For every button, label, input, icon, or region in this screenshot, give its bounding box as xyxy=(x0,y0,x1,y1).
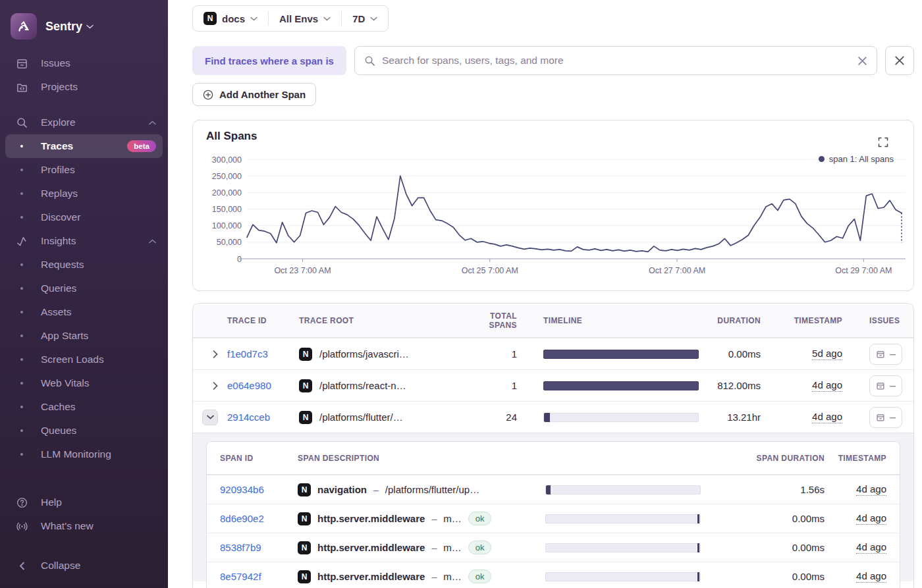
all-spans-chart-panel: All Spans span 1: All spans 050,000100,0… xyxy=(192,120,914,291)
sidebar-group-insights[interactable]: Insights xyxy=(5,229,163,253)
sidebar-item-web-vitals[interactable]: Web Vitals xyxy=(5,371,163,395)
sidebar-item-profiles[interactable]: Profiles xyxy=(5,158,163,182)
sidebar-item-whats-new[interactable]: What's new xyxy=(5,514,163,538)
sidebar-item-label: Projects xyxy=(41,81,78,93)
spans-subtable: SPAN ID SPAN DESCRIPTION SPAN DURATION T… xyxy=(206,441,900,588)
span-row[interactable]: 8d6e90e2 N http.server.middleware – m… o… xyxy=(207,504,900,533)
trace-root: /platforms/javascri… xyxy=(319,348,409,360)
issues-button[interactable]: – xyxy=(869,407,902,428)
sidebar-item-label: App Starts xyxy=(41,330,88,342)
span-duration: 0.00ms xyxy=(710,513,828,524)
span-row[interactable]: 8538f7b9 N http.server.middleware – m… o… xyxy=(207,533,900,562)
sidebar-item-label: Issues xyxy=(41,57,70,69)
expanded-trace-section: SPAN ID SPAN DESCRIPTION SPAN DURATION T… xyxy=(193,433,913,581)
sidebar-item-assets[interactable]: Assets xyxy=(5,300,163,324)
col-trace-id: TRACE ID xyxy=(219,316,297,325)
sidebar-item-traces[interactable]: Traces beta xyxy=(5,134,163,158)
timeline-marker xyxy=(697,572,699,581)
trace-id-link[interactable]: f1e0d7c3 xyxy=(219,348,297,360)
environment-filter[interactable]: All Envs xyxy=(269,6,341,31)
sidebar-item-queries[interactable]: Queries xyxy=(5,277,163,300)
search-icon xyxy=(364,55,375,67)
span-row[interactable]: 8e57942f N http.server.middleware – m… o… xyxy=(207,562,900,588)
chevron-right-icon[interactable] xyxy=(213,382,218,390)
sidebar-item-discover[interactable]: Discover xyxy=(5,205,163,229)
span-id-link[interactable]: 8538f7b9 xyxy=(207,542,285,553)
projects-icon xyxy=(14,81,29,94)
plus-circle-icon xyxy=(203,90,213,100)
nextjs-project-icon: N xyxy=(299,348,312,361)
span-description: m… xyxy=(443,542,462,553)
search-input[interactable] xyxy=(382,55,851,67)
sidebar-group-explore[interactable]: Explore xyxy=(5,111,163,134)
col-timestamp: TIMESTAMP xyxy=(769,316,850,325)
trace-root: /platforms/flutter/… xyxy=(319,412,403,423)
sidebar-item-label: Traces xyxy=(41,140,73,152)
sidebar-group-label: Explore xyxy=(41,117,76,128)
sidebar-item-queues[interactable]: Queues xyxy=(5,419,163,442)
sidebar-item-label: What's new xyxy=(41,520,94,532)
search-icon xyxy=(14,117,29,129)
search-box xyxy=(354,46,877,75)
separator: – xyxy=(431,514,437,524)
timeline-bar xyxy=(546,485,551,494)
remove-span-filter-button[interactable] xyxy=(885,46,914,75)
svg-text:200,000: 200,000 xyxy=(212,188,242,198)
status-badge: ok xyxy=(468,541,492,554)
span-row[interactable]: 920934b6 N navigation – /platforms/flutt… xyxy=(207,475,900,504)
sidebar-item-caches[interactable]: Caches xyxy=(5,395,163,419)
sidebar-item-screen-loads[interactable]: Screen Loads xyxy=(5,348,163,371)
table-row[interactable]: e064e980 N/platforms/react-n… 1 812.00ms… xyxy=(193,369,913,401)
clear-search-icon[interactable] xyxy=(857,56,867,66)
timeline-marker xyxy=(697,514,699,523)
svg-text:Oct 23 7:00 AM: Oct 23 7:00 AM xyxy=(274,266,331,275)
collapse-row-button[interactable] xyxy=(202,410,218,425)
sidebar-collapse-button[interactable]: Collapse xyxy=(5,554,163,577)
issues-count: – xyxy=(890,348,896,360)
sidebar-item-issues[interactable]: Issues xyxy=(5,51,163,75)
span-id-link[interactable]: 920934b6 xyxy=(207,484,285,495)
col-trace-root: TRACE ROOT xyxy=(297,316,462,325)
beta-badge: beta xyxy=(127,140,156,152)
environment-filter-value: All Envs xyxy=(279,13,318,24)
issues-button[interactable]: – xyxy=(869,344,902,365)
issues-icon xyxy=(876,381,885,390)
bullet-icon xyxy=(14,311,29,313)
sidebar-item-app-starts[interactable]: App Starts xyxy=(5,324,163,348)
trace-id-link[interactable]: 2914cceb xyxy=(219,412,297,423)
pulse-icon xyxy=(14,235,29,248)
svg-text:250,000: 250,000 xyxy=(212,172,242,181)
sidebar-item-help[interactable]: Help xyxy=(5,491,163,514)
add-another-span-button[interactable]: Add Another Span xyxy=(192,83,316,106)
svg-text:300,000: 300,000 xyxy=(212,155,242,165)
expand-chart-icon[interactable] xyxy=(878,137,888,147)
trace-id-link[interactable]: e064e980 xyxy=(219,380,297,391)
bullet-icon xyxy=(14,216,29,219)
span-id-link[interactable]: 8e57942f xyxy=(207,571,285,582)
col-span-timestamp: TIMESTAMP xyxy=(828,454,900,463)
sidebar-item-projects[interactable]: Projects xyxy=(5,75,163,99)
bullet-icon xyxy=(14,406,29,408)
span-id-link[interactable]: 8d6e90e2 xyxy=(207,513,285,524)
issues-button[interactable]: – xyxy=(869,375,902,396)
status-badge: ok xyxy=(468,512,492,525)
sidebar-item-replays[interactable]: Replays xyxy=(5,182,163,205)
project-filter[interactable]: N docs xyxy=(193,6,268,31)
date-range-filter[interactable]: 7D xyxy=(342,6,388,31)
org-switcher[interactable]: Sentry xyxy=(0,9,168,51)
sidebar-item-llm-monitoring[interactable]: LLM Monitoring xyxy=(5,442,163,466)
span-duration: 0.00ms xyxy=(710,542,828,553)
page-filter-bar: N docs All Envs 7D xyxy=(192,5,389,32)
sidebar-item-label: Requests xyxy=(41,259,84,271)
bullet-icon xyxy=(14,287,29,290)
span-op: http.server.middleware xyxy=(317,542,425,553)
chevron-right-icon[interactable] xyxy=(213,350,218,358)
table-row-expanded[interactable]: 2914cceb N/platforms/flutter/… 24 13.21h… xyxy=(193,401,913,433)
sidebar-item-label: Discover xyxy=(41,211,80,223)
chart-legend[interactable]: span 1: All spans xyxy=(819,154,894,164)
table-row[interactable]: f1e0d7c3 N/platforms/javascri… 1 0.00ms … xyxy=(193,338,913,369)
sidebar-item-label: Collapse xyxy=(41,560,80,572)
sidebar-item-requests[interactable]: Requests xyxy=(5,253,163,277)
col-timeline: TIMELINE xyxy=(525,316,703,325)
separator: – xyxy=(431,572,437,582)
